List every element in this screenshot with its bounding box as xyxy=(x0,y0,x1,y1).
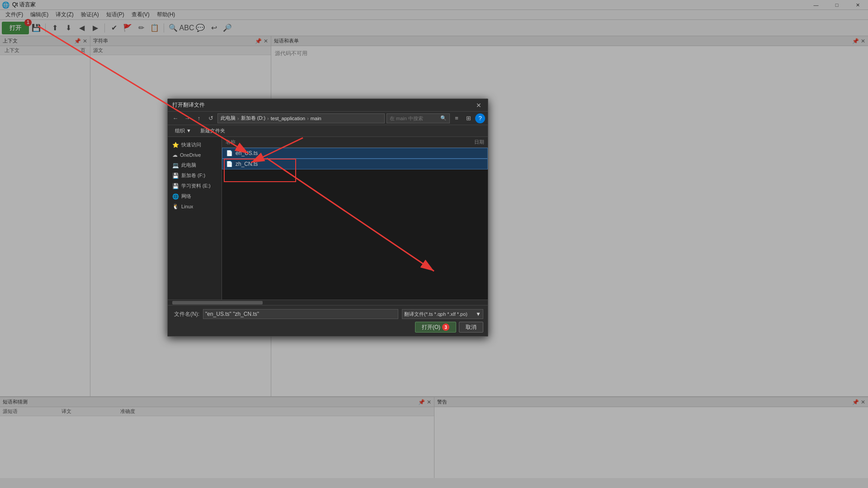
dialog-body: ⭐ 快速访问 ☁ OneDrive 💻 此电脑 💾 新加卷 (F:) 💾 xyxy=(168,137,488,300)
dialog-cancel-btn[interactable]: 取消 xyxy=(459,322,483,333)
dialog-close-btn[interactable]: ✕ xyxy=(474,101,483,110)
dialog-forward-btn[interactable]: → xyxy=(182,113,192,123)
dialog-nav-toolbar: ← → ↑ ↺ 此电脑 › 新加卷 (D:) › test_applicatio… xyxy=(168,112,488,125)
sidebar-linux[interactable]: 🐧 Linux xyxy=(168,202,222,211)
dialog-open-btn[interactable]: 打开(O) 3 xyxy=(415,322,456,333)
breadcrumb-folder: test_application xyxy=(271,116,305,121)
network-icon: 🌐 xyxy=(172,193,179,200)
filename-input[interactable] xyxy=(203,309,398,319)
sidebar-onedrive[interactable]: ☁ OneDrive xyxy=(168,150,222,160)
dialog-view-grid-btn[interactable]: ⊞ xyxy=(463,113,473,123)
sidebar-quick-access[interactable]: ⭐ 快速访问 xyxy=(168,140,222,150)
dialog-overlay: 打开翻译文件 ✕ ← → ↑ ↺ 此电脑 › 新加卷 (D:) › test_a… xyxy=(0,0,868,488)
dialog-view-list-btn[interactable]: ≡ xyxy=(452,113,462,123)
dialog-scrollbar[interactable] xyxy=(168,300,488,305)
dialog-file-list-area: 名称 日期 📄 en_US.ts 📄 zh_CN.ts xyxy=(222,137,488,300)
dialog-refresh-btn[interactable]: ↺ xyxy=(206,113,216,123)
computer-icon: 💻 xyxy=(172,162,179,169)
sidebar-this-computer[interactable]: 💻 此电脑 xyxy=(168,160,222,170)
open-file-dialog: 打开翻译文件 ✕ ← → ↑ ↺ 此电脑 › 新加卷 (D:) › test_a… xyxy=(167,99,488,337)
dropdown-arrow-icon: ▼ xyxy=(476,311,481,317)
file-icon-zh-cn: 📄 xyxy=(226,161,233,167)
filetype-dropdown[interactable]: 翻译文件(*.ts *.qph *.xlf *.po) ▼ xyxy=(402,309,483,319)
drive-e-icon: 💾 xyxy=(172,183,179,189)
linux-icon: 🐧 xyxy=(172,203,179,210)
dialog-sidebar: ⭐ 快速访问 ☁ OneDrive 💻 此电脑 💾 新加卷 (F:) 💾 xyxy=(168,137,222,300)
breadcrumb-drive: 新加卷 (D:) xyxy=(241,115,265,122)
dialog-titlebar: 打开翻译文件 ✕ xyxy=(168,99,488,112)
file-item-zh-cn[interactable]: 📄 zh_CN.ts xyxy=(222,159,488,169)
sidebar-drive-e[interactable]: 💾 学习资料 (E:) xyxy=(168,181,222,191)
file-icon-en-us: 📄 xyxy=(226,150,233,156)
sidebar-network[interactable]: 🌐 网络 xyxy=(168,191,222,202)
dialog-footer: 文件名(N): 翻译文件(*.ts *.qph *.xlf *.po) ▼ 打开… xyxy=(168,305,488,336)
breadcrumb-subfolder: main xyxy=(311,116,321,121)
dialog-new-folder-btn[interactable]: 新建文件夹 xyxy=(197,127,229,135)
onedrive-icon: ☁ xyxy=(172,152,178,158)
file-item-en-us[interactable]: 📄 en_US.ts xyxy=(222,148,488,159)
file-list-header[interactable]: 名称 日期 xyxy=(222,137,488,148)
dialog-back-btn[interactable]: ← xyxy=(170,113,180,123)
dialog-title: 打开翻译文件 xyxy=(172,101,474,109)
file-list-container: 📄 en_US.ts 📄 zh_CN.ts 全选 2 xyxy=(222,148,488,169)
dialog-organize-btn[interactable]: 组织 ▼ xyxy=(171,127,195,135)
dialog-help-btn[interactable]: ? xyxy=(475,113,485,123)
dialog-scrollbar-thumb xyxy=(172,301,263,305)
dialog-up-btn[interactable]: ↑ xyxy=(194,113,204,123)
dialog-btn-row: 打开(O) 3 取消 xyxy=(172,322,483,333)
dialog-search-input[interactable] xyxy=(390,116,440,121)
drive-f-icon: 💾 xyxy=(172,173,179,179)
dialog-search-box[interactable]: 🔍 xyxy=(387,113,450,123)
dialog-folder-toolbar: 组织 ▼ 新建文件夹 xyxy=(168,125,488,137)
dialog-breadcrumb[interactable]: 此电脑 › 新加卷 (D:) › test_application › main xyxy=(217,113,385,123)
open-step-badge: 3 xyxy=(442,324,449,331)
sidebar-drive-f[interactable]: 💾 新加卷 (F:) xyxy=(168,170,222,181)
breadcrumb-computer: 此电脑 xyxy=(221,115,236,122)
filename-label: 文件名(N): xyxy=(172,310,199,318)
filename-row: 文件名(N): 翻译文件(*.ts *.qph *.xlf *.po) ▼ xyxy=(172,309,483,319)
dialog-search-icon: 🔍 xyxy=(440,115,447,121)
quick-access-icon: ⭐ xyxy=(172,142,179,148)
